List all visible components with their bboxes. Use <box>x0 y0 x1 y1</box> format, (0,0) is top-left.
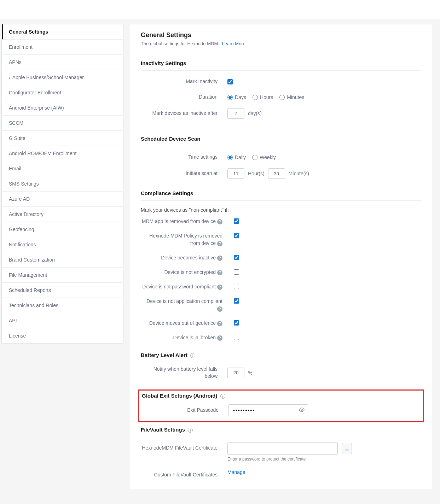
info-icon[interactable]: i <box>220 394 225 399</box>
compliance-checkbox[interactable] <box>234 255 239 260</box>
scan-minute-input[interactable] <box>268 168 285 179</box>
filevault-section: FileVault Settings i HexnodeMDM FileVaul… <box>130 424 432 489</box>
sidebar-item-android-rom-oem-enrollment[interactable]: Android ROM/OEM Enrollment <box>2 146 123 161</box>
main-panel: General Settings The global settings for… <box>130 24 432 489</box>
mark-after-label: Mark devices as inactive after <box>141 110 227 117</box>
sidebar-item-enrollment[interactable]: Enrollment <box>2 40 123 55</box>
duration-hours-radio[interactable] <box>253 95 258 100</box>
exit-title-row: Global Exit Settings (Android) i <box>142 393 420 401</box>
sidebar-item-android-enterprise-afw-[interactable]: Android Enterprise (AfW) <box>2 100 123 116</box>
compliance-label: Hexnode MDM Policy is removed from devic… <box>141 232 227 247</box>
compliance-checkbox[interactable] <box>234 298 239 304</box>
inactivity-section: Inactivity Settings Mark Inactivity Dura… <box>130 53 432 129</box>
sidebar-item-apns[interactable]: APNs <box>2 55 123 70</box>
duration-hours-option[interactable]: Hours <box>253 94 273 100</box>
scan-weekly-text: Weekly <box>260 154 276 160</box>
compliance-checkbox[interactable] <box>234 335 239 340</box>
scan-weekly-option[interactable]: Weekly <box>252 154 276 160</box>
compliance-label: Device becomes inactive? <box>141 254 227 262</box>
scan-hour-input[interactable] <box>227 168 244 179</box>
top-bar <box>0 0 440 19</box>
battery-level-input[interactable] <box>227 368 244 378</box>
help-icon[interactable]: ? <box>217 321 222 326</box>
info-icon[interactable]: i <box>190 353 195 358</box>
mark-after-input[interactable] <box>227 108 244 119</box>
sidebar-item-technicians-and-roles[interactable]: Technicians and Roles <box>2 298 123 313</box>
info-icon[interactable]: i <box>188 428 193 433</box>
sidebar-item-configurator-enrollment[interactable]: Configurator Enrollment <box>2 85 123 100</box>
compliance-checkbox[interactable] <box>234 269 239 275</box>
battery-section: Battery Level Alert i Notify when batter… <box>130 352 432 389</box>
duration-minutes-option[interactable]: Minutes <box>279 94 304 100</box>
sidebar-item-email[interactable]: Email <box>2 161 123 176</box>
exit-passcode-label: Exit Passcode <box>142 407 228 414</box>
compliance-checkbox[interactable] <box>234 233 239 238</box>
duration-days-radio[interactable] <box>227 95 233 100</box>
initiate-scan-label: Initiate scan at <box>141 170 227 177</box>
sidebar-item-notifications[interactable]: Notifications <box>2 237 123 252</box>
compliance-section: Compliance Settings Mark your devices as… <box>130 189 432 352</box>
help-icon[interactable]: ? <box>217 285 222 290</box>
sidebar-item-apple-business-school-manager[interactable]: ›Apple Business/School Manager <box>2 70 123 85</box>
scan-title: Scheduled Device Scan <box>141 136 421 146</box>
manage-link[interactable]: Manage <box>227 469 245 475</box>
sidebar-item-label: APNs <box>9 59 22 65</box>
sidebar: General SettingsEnrollmentAPNs›Apple Bus… <box>1 24 123 344</box>
help-icon[interactable]: ? <box>217 335 222 341</box>
duration-minutes-text: Minutes <box>287 94 304 100</box>
duration-minutes-radio[interactable] <box>279 95 285 100</box>
compliance-row: MDM app is removed from device? <box>141 218 421 225</box>
scan-minute-unit: Minute(s) <box>289 171 309 176</box>
eye-icon[interactable] <box>299 407 305 414</box>
page-subtitle: The global settings for Hexnode MDM. <box>141 41 219 46</box>
help-icon[interactable]: ? <box>217 241 222 246</box>
sidebar-item-label: File Management <box>9 272 47 278</box>
filevault-cert-input[interactable] <box>227 443 338 455</box>
sidebar-item-sccm[interactable]: SCCM <box>2 116 123 131</box>
sidebar-item-g-suite[interactable]: G Suite <box>2 131 123 146</box>
battery-title-row: Battery Level Alert i <box>141 352 421 362</box>
sidebar-item-label: Active Directory <box>9 211 44 217</box>
compliance-row: Device moves out of geofence? <box>141 320 421 327</box>
compliance-row: Device is not application compliant? <box>141 298 421 312</box>
help-icon[interactable]: ? <box>217 256 222 261</box>
compliance-checkbox[interactable] <box>234 284 239 289</box>
scan-daily-option[interactable]: Daily <box>227 154 246 160</box>
mark-inactivity-checkbox[interactable] <box>227 79 233 84</box>
sidebar-item-label: Azure AD <box>9 196 30 202</box>
compliance-label: MDM app is removed from device? <box>141 218 227 225</box>
scan-daily-radio[interactable] <box>227 155 233 160</box>
compliance-row: Device becomes inactive? <box>141 254 421 262</box>
sidebar-item-geofencing[interactable]: Geofencing <box>2 222 123 237</box>
sidebar-item-scheduled-reports[interactable]: Scheduled Reports <box>2 283 123 298</box>
compliance-label: Device is not application compliant? <box>141 298 227 312</box>
sidebar-item-label: SCCM <box>9 120 23 126</box>
sidebar-item-license[interactable]: License <box>2 328 123 343</box>
sidebar-item-label: Email <box>9 166 21 171</box>
mark-inactivity-label: Mark Inactivity <box>141 78 227 85</box>
filevault-cert-label: HexnodeMDM FileVault Certificate <box>141 443 227 451</box>
global-exit-highlight: Global Exit Settings (Android) i Exit Pa… <box>138 389 424 422</box>
filevault-custom-label: Custom FileVault Certificates <box>141 469 227 477</box>
sidebar-item-brand-customization[interactable]: Brand Customization <box>2 252 123 268</box>
sidebar-item-api[interactable]: API <box>2 313 123 328</box>
sidebar-item-label: Apple Business/School Manager <box>12 75 84 80</box>
sidebar-item-file-management[interactable]: File Management <box>2 268 123 283</box>
sidebar-item-sms-settings[interactable]: SMS Settings <box>2 176 123 192</box>
sidebar-item-active-directory[interactable]: Active Directory <box>2 207 123 222</box>
sidebar-item-label: SMS Settings <box>9 181 39 187</box>
sidebar-item-azure-ad[interactable]: Azure AD <box>2 192 123 207</box>
exit-passcode-input[interactable] <box>228 404 308 416</box>
help-icon[interactable]: ? <box>217 270 222 275</box>
help-icon[interactable]: ? <box>217 306 222 312</box>
help-icon[interactable]: ? <box>217 219 222 224</box>
compliance-checkbox[interactable] <box>234 218 239 224</box>
sidebar-item-general-settings[interactable]: General Settings <box>2 24 123 40</box>
compliance-checkbox[interactable] <box>234 320 239 326</box>
sidebar-item-label: Scheduled Reports <box>9 287 51 293</box>
learn-more-link[interactable]: Learn More <box>222 41 245 46</box>
scan-weekly-radio[interactable] <box>252 155 257 160</box>
download-icon <box>345 446 349 451</box>
duration-days-option[interactable]: Days <box>227 94 246 100</box>
upload-button[interactable] <box>342 443 352 454</box>
